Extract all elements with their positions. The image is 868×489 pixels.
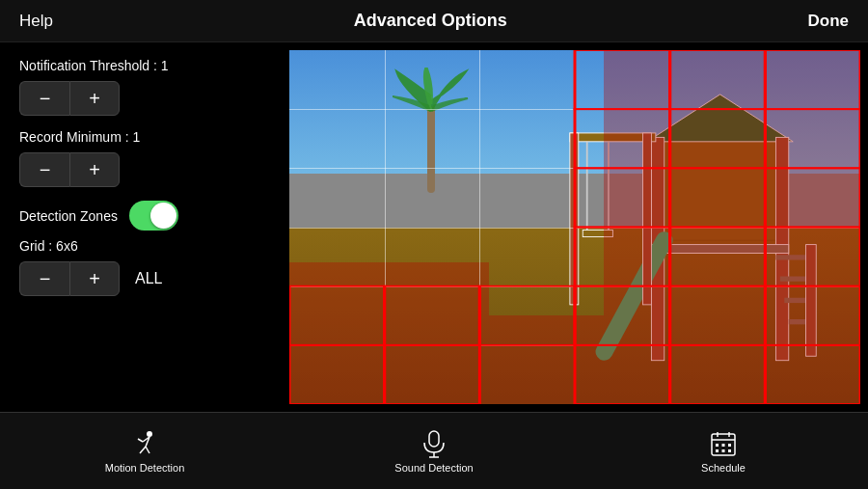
svg-rect-57: [722, 449, 725, 452]
motion-detection-label: Motion Detection: [105, 462, 185, 474]
done-button[interactable]: Done: [808, 12, 850, 31]
record-minimum-label: Record Minimum : 1: [19, 129, 270, 145]
detection-zones-label: Detection Zones: [19, 208, 118, 224]
svg-line-42: [140, 447, 146, 453]
all-button[interactable]: ALL: [135, 270, 162, 287]
svg-rect-54: [722, 444, 725, 447]
record-minimum-increase[interactable]: +: [69, 152, 120, 187]
record-minimum-decrease[interactable]: −: [19, 152, 69, 187]
tab-motion-detection[interactable]: Motion Detection: [2, 421, 288, 481]
tab-bar: Motion Detection Sound Detection: [0, 412, 868, 489]
svg-line-45: [138, 439, 143, 442]
red-zone-bottom-mid: [489, 315, 603, 404]
record-minimum-stepper: − +: [19, 152, 270, 187]
camera-view[interactable]: [289, 50, 860, 404]
schedule-label: Schedule: [701, 462, 746, 474]
help-button[interactable]: Help: [19, 12, 53, 31]
grid-stepper-row: − + ALL: [19, 261, 270, 296]
sound-detection-label: Sound Detection: [394, 462, 473, 474]
schedule-icon: [709, 429, 738, 458]
camera-background: [289, 50, 860, 404]
svg-rect-58: [728, 449, 731, 452]
palm-leaves-icon: [393, 68, 470, 121]
page-title: Advanced Options: [354, 11, 507, 31]
detection-zones-row: Detection Zones: [19, 201, 270, 231]
svg-point-40: [147, 431, 152, 437]
svg-rect-12: [570, 133, 579, 305]
notification-threshold-stepper: − +: [19, 81, 270, 116]
tab-schedule[interactable]: Schedule: [581, 421, 867, 481]
svg-rect-53: [716, 444, 719, 447]
tab-sound-detection[interactable]: Sound Detection: [291, 421, 578, 481]
red-zone-bottom-left: [289, 262, 489, 404]
svg-line-43: [146, 447, 149, 453]
notification-threshold-decrease[interactable]: −: [19, 81, 69, 116]
svg-rect-46: [429, 431, 439, 447]
motion-detection-icon: [130, 429, 159, 458]
red-zone-top-right: [604, 50, 860, 404]
toggle-knob: [150, 203, 176, 229]
left-panel: Notification Threshold : 1 − + Record Mi…: [0, 42, 289, 412]
palm-tree: [393, 68, 470, 193]
header: Help Advanced Options Done: [0, 0, 868, 42]
svg-rect-55: [728, 444, 731, 447]
notification-threshold-increase[interactable]: +: [69, 81, 120, 116]
sound-detection-icon: [420, 429, 448, 458]
notification-threshold-label: Notification Threshold : 1: [19, 58, 270, 73]
main-content: Notification Threshold : 1 − + Record Mi…: [0, 42, 868, 412]
grid-increase[interactable]: +: [69, 261, 120, 296]
grid-decrease[interactable]: −: [19, 261, 69, 296]
svg-rect-56: [716, 449, 719, 452]
grid-stepper: − +: [19, 261, 120, 296]
detection-zones-toggle[interactable]: [129, 201, 178, 231]
grid-label: Grid : 6x6: [19, 238, 270, 254]
